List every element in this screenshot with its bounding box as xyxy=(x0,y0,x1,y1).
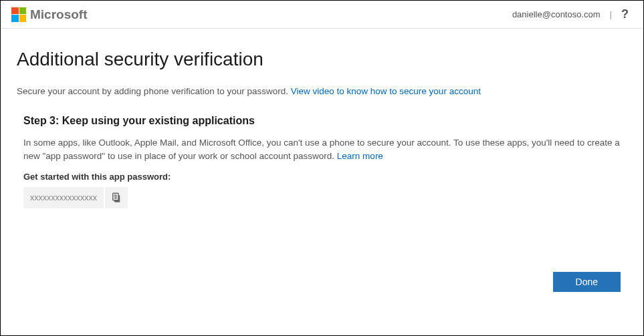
app-password-field[interactable]: xxxxxxxxxxxxxxxx xyxy=(23,187,104,208)
done-button[interactable]: Done xyxy=(553,272,621,292)
divider: | xyxy=(610,9,612,19)
page-title: Additional security verification xyxy=(17,49,627,70)
step-title: Step 3: Keep using your existing applica… xyxy=(23,115,627,127)
brand-block: Microsoft xyxy=(11,7,88,22)
copy-icon xyxy=(110,192,122,204)
step-description: In some apps, like Outlook, Apple Mail, … xyxy=(23,136,621,162)
intro-text: Secure your account by adding phone veri… xyxy=(17,86,291,96)
microsoft-logo-icon xyxy=(11,7,26,22)
header: Microsoft danielle@contoso.com | ? xyxy=(1,1,643,29)
main-content: Additional security verification Secure … xyxy=(1,29,643,208)
brand-name: Microsoft xyxy=(30,7,88,22)
user-email: danielle@contoso.com xyxy=(512,9,601,19)
app-password-label: Get started with this app password: xyxy=(23,172,627,182)
copy-button[interactable] xyxy=(105,187,128,208)
app-password-row: xxxxxxxxxxxxxxxx xyxy=(23,187,627,208)
header-right: danielle@contoso.com | ? xyxy=(512,7,629,21)
help-icon[interactable]: ? xyxy=(621,7,629,21)
step-desc-text: In some apps, like Outlook, Apple Mail, … xyxy=(23,138,620,161)
intro-video-link[interactable]: View video to know how to secure your ac… xyxy=(291,86,481,96)
intro-line: Secure your account by adding phone veri… xyxy=(17,86,627,96)
learn-more-link[interactable]: Learn more xyxy=(337,151,383,161)
